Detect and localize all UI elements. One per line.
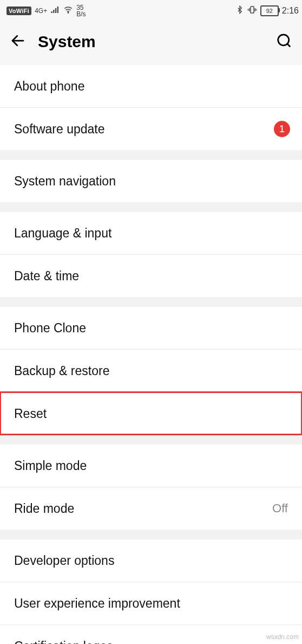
row-label: Date & time: [14, 269, 79, 284]
row-phone-clone[interactable]: Phone Clone: [0, 307, 302, 349]
settings-group: Phone Clone Backup & restore Reset: [0, 307, 302, 435]
row-simple-mode[interactable]: Simple mode: [0, 445, 302, 487]
speed-unit: B/s: [76, 11, 86, 17]
row-label: Reset: [14, 407, 47, 421]
row-user-experience[interactable]: User experience improvement: [0, 582, 302, 624]
vowifi-badge: VoWiFi: [6, 7, 31, 15]
battery-icon: 92: [260, 5, 279, 16]
row-certification-logos[interactable]: Certification logos: [0, 624, 302, 644]
status-left: VoWiFi 4G+ 35 B/s: [6, 4, 86, 17]
row-reset[interactable]: Reset: [0, 392, 302, 435]
row-label: About phone: [14, 79, 84, 94]
watermark: wsxdn.com: [266, 633, 299, 641]
row-label: User experience improvement: [14, 596, 180, 611]
row-date-time[interactable]: Date & time: [0, 254, 302, 297]
row-label: Backup & restore: [14, 364, 109, 378]
back-button[interactable]: [10, 33, 26, 51]
row-about-phone[interactable]: About phone: [0, 65, 302, 107]
row-label: Certification logos: [14, 639, 113, 645]
row-system-navigation[interactable]: System navigation: [0, 160, 302, 202]
bluetooth-icon: [235, 5, 244, 16]
notification-badge: 1: [274, 121, 290, 137]
row-developer-options[interactable]: Developer options: [0, 539, 302, 582]
status-right: 92 2:16: [235, 5, 299, 17]
signal-icon: [50, 5, 60, 17]
app-bar: System: [0, 22, 302, 65]
row-software-update[interactable]: Software update 1: [0, 107, 302, 150]
row-label: Language & input: [14, 226, 111, 241]
status-bar: VoWiFi 4G+ 35 B/s 92 2:16: [0, 0, 302, 22]
row-ride-mode[interactable]: Ride mode Off: [0, 487, 302, 530]
network-type: 4G+: [35, 8, 47, 14]
wifi-icon: [63, 5, 73, 17]
network-speed: 35 B/s: [76, 4, 86, 17]
svg-rect-1: [251, 7, 254, 13]
row-label: Developer options: [14, 553, 114, 568]
search-button[interactable]: [276, 33, 292, 51]
clock: 2:16: [282, 6, 299, 16]
row-label: Phone Clone: [14, 321, 86, 336]
row-label: System navigation: [14, 174, 116, 189]
settings-group: Developer options User experience improv…: [0, 539, 302, 644]
network-top: 4G+: [35, 7, 47, 15]
row-language-input[interactable]: Language & input: [0, 212, 302, 254]
settings-group: Language & input Date & time: [0, 212, 302, 297]
settings-group: About phone Software update 1: [0, 65, 302, 150]
row-label: Ride mode: [14, 501, 74, 516]
vibrate-icon: [247, 5, 257, 17]
row-label: Simple mode: [14, 459, 87, 473]
page-title: System: [38, 33, 96, 51]
row-backup-restore[interactable]: Backup & restore: [0, 349, 302, 392]
row-value: Off: [272, 501, 288, 516]
svg-point-0: [68, 12, 69, 14]
settings-group: Simple mode Ride mode Off: [0, 445, 302, 530]
battery-level: 92: [266, 8, 273, 14]
settings-group: System navigation: [0, 160, 302, 202]
row-label: Software update: [14, 122, 105, 137]
